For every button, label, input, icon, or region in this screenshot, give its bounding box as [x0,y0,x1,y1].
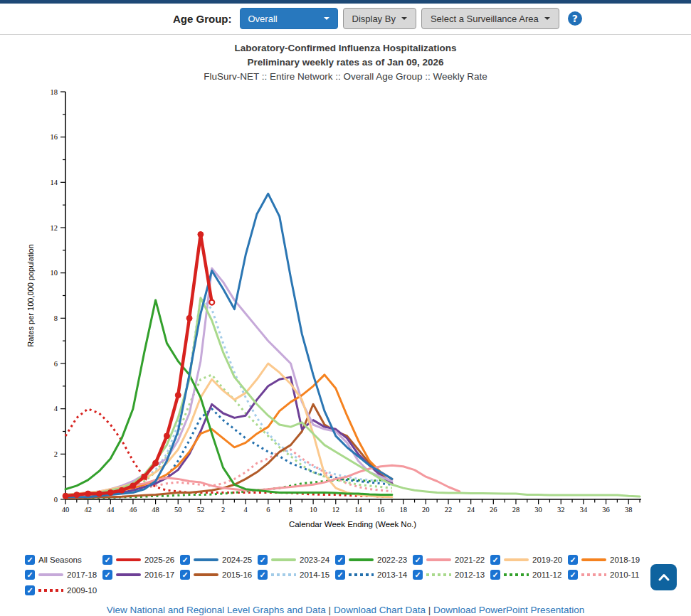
checked-checkbox[interactable]: ✓ [413,555,423,565]
series-marker-2025-26 [209,300,214,305]
view-national-regional-link[interactable]: View National and Regional Level Graphs … [107,605,326,615]
series-marker-2025-26 [107,489,113,495]
svg-text:24: 24 [467,506,475,514]
svg-text:14: 14 [51,179,58,186]
svg-text:52: 52 [197,506,205,514]
svg-text:36: 36 [602,506,610,514]
footer-links: View National and Regional Level Graphs … [0,605,691,615]
season-legend: ✓All Seasons✓2025-26✓2024-25✓2023-24✓202… [25,552,672,598]
series-line-2022-23 [65,300,392,495]
svg-text:0: 0 [54,496,58,504]
legend-item-all-seasons[interactable]: ✓All Seasons [25,552,102,568]
display-by-dropdown[interactable]: Display By [343,8,416,29]
svg-text:28: 28 [512,506,520,514]
legend-line-swatch [194,573,218,576]
legend-item-2019-20[interactable]: ✓2019-20 [490,552,568,568]
legend-line-swatch [271,573,296,576]
svg-text:8: 8 [54,314,58,322]
legend-item-2016-17[interactable]: ✓2016-17 [102,568,180,583]
legend-line-swatch [349,573,374,576]
svg-text:46: 46 [130,506,137,514]
legend-item-2015-16[interactable]: ✓2015-16 [180,568,258,583]
legend-label: 2012-13 [455,570,485,579]
legend-label: 2024-25 [222,556,252,564]
legend-line-swatch [116,573,141,576]
legend-item-2012-13[interactable]: ✓2012-13 [413,568,490,583]
legend-item-2023-24[interactable]: ✓2023-24 [258,552,335,568]
display-by-label: Display By [352,14,396,24]
legend-item-2021-22[interactable]: ✓2021-22 [413,552,490,568]
surveillance-area-dropdown[interactable]: Select a Surveillance Area [421,8,559,29]
series-marker-2025-26 [175,393,181,398]
checked-checkbox[interactable]: ✓ [102,555,112,565]
age-group-dropdown[interactable]: Overall [240,8,338,29]
checked-checkbox[interactable]: ✓ [568,570,578,580]
svg-text:4: 4 [54,405,58,413]
legend-line-swatch [581,558,606,561]
scroll-to-top-button[interactable] [650,564,677,590]
legend-item-2025-26[interactable]: ✓2025-26 [102,552,180,568]
svg-text:18: 18 [399,506,407,514]
checked-checkbox[interactable]: ✓ [568,555,578,565]
svg-text:40: 40 [62,506,70,514]
svg-text:26: 26 [490,506,497,514]
svg-text:50: 50 [174,506,182,514]
legend-label: 2013-14 [377,570,407,579]
checked-checkbox[interactable]: ✓ [335,555,345,565]
chart-titles: Laboratory-Confirmed Influenza Hospitali… [0,41,691,84]
svg-text:12: 12 [51,224,58,232]
legend-item-2014-15[interactable]: ✓2014-15 [258,568,335,583]
legend-item-2024-25[interactable]: ✓2024-25 [180,552,258,568]
svg-text:38: 38 [625,506,633,514]
legend-line-swatch [426,573,451,576]
svg-text:2: 2 [54,450,58,458]
checked-checkbox[interactable]: ✓ [258,570,268,580]
legend-line-swatch [426,558,451,561]
svg-text:Calendar Week Ending (Week No.: Calendar Week Ending (Week No.) [289,520,416,529]
surveillance-area-label: Select a Surveillance Area [431,14,539,24]
chart-subtitle: Preliminary weekly rates as of Jan 09, 2… [0,55,691,70]
help-icon[interactable]: ? [568,11,582,26]
checked-checkbox[interactable]: ✓ [490,555,500,565]
checked-checkbox[interactable]: ✓ [180,570,190,580]
download-chart-data-link[interactable]: Download Chart Data [334,605,426,615]
series-marker-2025-26 [198,232,204,238]
checked-checkbox[interactable]: ✓ [25,555,35,565]
checked-checkbox[interactable]: ✓ [102,570,112,580]
legend-line-swatch [38,589,63,592]
legend-label: 2021-22 [455,556,485,564]
legend-line-swatch [116,558,141,561]
checked-checkbox[interactable]: ✓ [490,570,500,580]
svg-text:10: 10 [51,269,58,277]
series-line-2014-15 [65,298,392,496]
svg-text:48: 48 [152,506,159,514]
svg-text:18: 18 [51,88,58,96]
legend-item-2010-11[interactable]: ✓2010-11 [568,568,645,583]
download-powerpoint-link[interactable]: Download PowerPoint Presentation [433,605,584,615]
checked-checkbox[interactable]: ✓ [258,555,268,565]
checked-checkbox[interactable]: ✓ [180,555,190,565]
legend-item-2009-10[interactable]: ✓2009-10 [25,583,102,598]
svg-text:2: 2 [221,506,225,514]
checked-checkbox[interactable]: ✓ [25,570,35,580]
svg-text:16: 16 [377,506,385,514]
legend-label: 2015-16 [222,570,252,579]
checked-checkbox[interactable]: ✓ [25,585,35,595]
legend-item-2011-12[interactable]: ✓2011-12 [490,568,568,583]
checked-checkbox[interactable]: ✓ [413,570,423,580]
legend-item-2017-18[interactable]: ✓2017-18 [25,568,102,583]
legend-item-2022-23[interactable]: ✓2022-23 [335,552,413,568]
svg-text:30: 30 [534,506,542,514]
series-marker-2025-26 [63,493,68,499]
svg-text:14: 14 [354,506,362,514]
legend-item-2013-14[interactable]: ✓2013-14 [335,568,413,583]
series-marker-2025-26 [85,491,91,496]
chart-area: 0246810121416184042444648505224681012141… [0,87,691,533]
legend-label: All Seasons [38,556,82,564]
checked-checkbox[interactable]: ✓ [335,570,345,580]
svg-text:16: 16 [51,133,58,141]
legend-item-2018-19[interactable]: ✓2018-19 [568,552,645,568]
chart-title: Laboratory-Confirmed Influenza Hospitali… [0,41,691,55]
series-marker-2025-26 [130,483,136,489]
series-line-2017-18 [65,268,392,494]
